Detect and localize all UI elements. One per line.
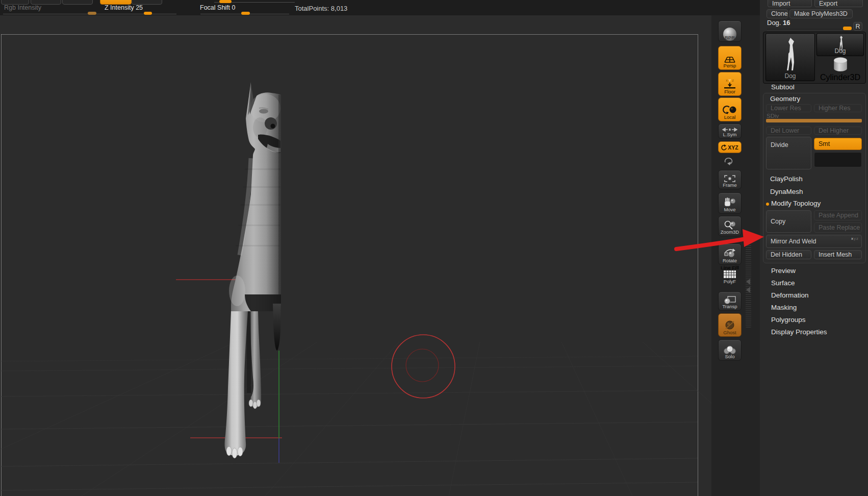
rotate-icon bbox=[723, 249, 736, 258]
mirror-and-weld-label: Mirror And Weld bbox=[771, 238, 816, 245]
floor-axis-x[interactable]: x bbox=[726, 79, 728, 82]
subtool-thumbnail-dog[interactable]: Dog bbox=[816, 33, 864, 56]
copy-button[interactable]: Copy bbox=[766, 210, 811, 233]
insert-mesh-button[interactable]: Insert Mesh bbox=[814, 250, 862, 259]
active-tool-slider-track[interactable] bbox=[767, 29, 850, 30]
sdiv-slider-bar[interactable] bbox=[766, 119, 862, 122]
lsym-label: L.Sym bbox=[723, 132, 737, 137]
local-label: Local bbox=[724, 115, 736, 120]
dog-model[interactable] bbox=[214, 71, 286, 467]
transparency-icon bbox=[723, 296, 736, 304]
display-properties-section-header[interactable]: Display Properties bbox=[771, 328, 827, 336]
divide-button[interactable]: Divide bbox=[766, 137, 811, 169]
preview-section-header[interactable]: Preview bbox=[771, 267, 796, 275]
make-polymesh3d-button[interactable]: Make PolyMesh3D bbox=[789, 9, 853, 18]
z-intensity-value: 25 bbox=[136, 4, 143, 11]
masking-section-header[interactable]: Masking bbox=[771, 304, 797, 311]
frame-icon bbox=[724, 175, 736, 183]
focal-shift-text: Focal Shift bbox=[200, 4, 230, 11]
zbrush-app: { "topbar": { "rgb_intensity": "Rgb Inte… bbox=[0, 0, 868, 496]
polyf-label: PolyF bbox=[724, 279, 736, 284]
rotate-button[interactable]: Rotate bbox=[718, 243, 742, 265]
mirror-axis-z[interactable]: z bbox=[856, 236, 859, 241]
z-intensity-track[interactable] bbox=[105, 14, 176, 14]
del-lower-button[interactable]: Del Lower bbox=[766, 127, 811, 135]
spin-icon[interactable] bbox=[723, 156, 735, 165]
z-intensity-text: Z Intensity bbox=[105, 4, 134, 11]
zoom3d-button[interactable]: Zoom3D bbox=[718, 216, 742, 236]
claypolish-section-header[interactable]: ClayPolish bbox=[770, 175, 803, 183]
deformation-section-header[interactable]: Deformation bbox=[771, 291, 809, 299]
clone-button[interactable]: Clone bbox=[767, 9, 788, 18]
total-points: TotalPoints: 8,013 bbox=[295, 5, 347, 12]
transp-button[interactable]: Transp bbox=[718, 291, 742, 311]
zoom3d-label: Zoom3D bbox=[721, 230, 739, 235]
document-canvas[interactable] bbox=[0, 15, 711, 496]
z-intensity-handle[interactable] bbox=[144, 12, 152, 15]
brush-cursor-outer bbox=[392, 335, 455, 398]
dynamesh-section-header[interactable]: DynaMesh bbox=[770, 188, 803, 195]
zoom3d-magnifier-icon bbox=[723, 220, 736, 230]
z-intensity-label: Z Intensity 25 bbox=[105, 4, 143, 11]
polyf-button[interactable]: PolyF bbox=[718, 270, 742, 284]
focal-shift-handle[interactable] bbox=[241, 12, 250, 15]
move-label: Move bbox=[724, 207, 735, 212]
rgb-intensity-label: Rgb Intensity bbox=[4, 4, 41, 11]
surface-section-header[interactable]: Surface bbox=[771, 279, 795, 287]
frame-button[interactable]: Frame bbox=[718, 170, 742, 189]
right-shelf: BPR Persp x Y z Floor Local bbox=[711, 15, 760, 496]
perspective-grid-icon bbox=[723, 55, 737, 63]
polygroups-section-header[interactable]: Polygroups bbox=[771, 316, 806, 324]
local-button[interactable]: Local bbox=[718, 97, 742, 121]
rgb-intensity-handle[interactable] bbox=[88, 12, 96, 15]
higher-res-button[interactable]: Higher Res bbox=[814, 104, 862, 112]
floor-axis-z[interactable]: z bbox=[732, 79, 734, 82]
r-button[interactable]: R bbox=[853, 22, 862, 31]
move-button[interactable]: Move bbox=[718, 192, 742, 214]
bpr-label: BPR bbox=[725, 35, 735, 40]
thumb-cylinder-label: Cylinder3D bbox=[820, 73, 860, 82]
ghost-button[interactable]: Ghost bbox=[718, 313, 742, 337]
floor-axis-y[interactable]: Y bbox=[729, 79, 731, 82]
floor-label: Floor bbox=[724, 89, 735, 94]
tool-thumbnails-box: Dog Dog Cylinder3D bbox=[763, 32, 866, 84]
focal-shift-label: Focal Shift 0 bbox=[200, 4, 236, 11]
sdiv-slider-label: SDiv bbox=[767, 113, 779, 119]
import-button[interactable]: Import bbox=[768, 0, 812, 7]
smt-button[interactable]: Smt bbox=[814, 138, 862, 150]
persp-button[interactable]: Persp bbox=[718, 46, 742, 70]
floor-button[interactable]: x Y z Floor bbox=[718, 72, 742, 96]
geometry-section-header[interactable]: Geometry bbox=[770, 95, 800, 103]
brush-cursor-inner bbox=[406, 349, 439, 382]
xyz-button[interactable]: XYZ bbox=[718, 141, 742, 153]
rotate-label: Rotate bbox=[723, 258, 737, 263]
mirror-axis-toggles[interactable]: xyz bbox=[851, 236, 859, 241]
xyz-rotate-icon bbox=[721, 144, 727, 151]
subtool-section-header[interactable]: Subtool bbox=[771, 83, 795, 91]
divider-arrow-icon[interactable] bbox=[746, 287, 750, 293]
divider-arrow-icon[interactable] bbox=[746, 279, 750, 285]
partial-button-3[interactable] bbox=[62, 0, 93, 5]
solo-button[interactable]: Solo bbox=[718, 339, 742, 361]
del-higher-button[interactable]: Del Higher bbox=[814, 127, 862, 135]
partial-slider-handle[interactable] bbox=[219, 0, 232, 3]
transp-label: Transp bbox=[722, 304, 737, 309]
polyframe-grid-icon bbox=[723, 270, 736, 279]
mirror-and-weld-button[interactable]: Mirror And Weld xyz bbox=[766, 235, 862, 248]
bpr-button[interactable]: BPR bbox=[718, 20, 742, 42]
lower-res-button[interactable]: Lower Res bbox=[766, 104, 811, 112]
subtool-thumbnail-cylinder[interactable]: Cylinder3D bbox=[816, 57, 864, 82]
suv-button[interactable] bbox=[814, 152, 862, 167]
active-tool-thumbnail[interactable]: Dog bbox=[765, 33, 815, 81]
paste-replace-button[interactable]: Paste Replace bbox=[814, 222, 862, 233]
paste-append-button[interactable]: Paste Append bbox=[814, 210, 862, 220]
lsym-button[interactable]: L.Sym bbox=[718, 123, 742, 139]
focal-shift-value: 0 bbox=[232, 4, 236, 11]
active-tool-value: 16 bbox=[783, 19, 790, 27]
del-hidden-button[interactable]: Del Hidden bbox=[766, 250, 811, 259]
panel-divider[interactable] bbox=[746, 244, 751, 328]
export-button[interactable]: Export bbox=[814, 0, 863, 7]
modify-topology-section-header[interactable]: Modify Topology bbox=[771, 200, 821, 207]
frame-label: Frame bbox=[723, 183, 736, 188]
active-tool-slider-handle[interactable] bbox=[843, 27, 852, 30]
